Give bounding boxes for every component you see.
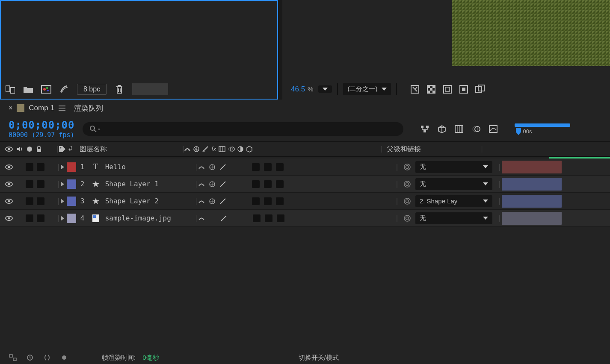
eye-icon[interactable] xyxy=(5,181,13,187)
quality-header-icon[interactable] xyxy=(202,146,209,153)
switch-box[interactable] xyxy=(252,197,260,205)
mask-visibility-icon[interactable] xyxy=(442,84,453,94)
switch-box[interactable] xyxy=(265,214,272,222)
layer-row[interactable]: | 4 sample-image.jpg | | 无 | xyxy=(0,210,610,227)
layer-duration-bar[interactable] xyxy=(502,178,562,191)
lock-toggle[interactable] xyxy=(37,214,44,222)
motion-blur-icon[interactable] xyxy=(471,124,481,134)
solo-header-icon[interactable] xyxy=(27,146,33,152)
parent-dropdown[interactable]: 无 xyxy=(415,212,492,224)
graph-editor-icon[interactable] xyxy=(488,124,498,134)
motion-blur-header-icon[interactable] xyxy=(228,146,235,152)
3d-header-icon[interactable] xyxy=(246,146,253,153)
fast-preview-icon[interactable] xyxy=(410,84,420,94)
label-header-icon[interactable] xyxy=(58,145,66,153)
frame-blend-icon[interactable] xyxy=(454,124,464,134)
fx-header-icon[interactable]: fx xyxy=(211,146,216,153)
layer-row[interactable]: | 2 Shape Layer 1 | | 无 | xyxy=(0,176,610,193)
eye-icon[interactable] xyxy=(5,215,13,221)
render-status-icon[interactable] xyxy=(25,352,35,363)
parent-dropdown[interactable]: 无 xyxy=(415,178,492,190)
layer-color-swatch[interactable] xyxy=(67,197,76,206)
shy-header-icon[interactable] xyxy=(184,146,191,153)
solo-toggle[interactable] xyxy=(26,180,33,188)
pickwhip-icon[interactable] xyxy=(403,163,411,171)
solo-toggle[interactable] xyxy=(26,214,33,222)
transparency-grid-icon[interactable] xyxy=(426,84,436,94)
switch-box[interactable] xyxy=(276,163,284,171)
new-comp-icon[interactable] xyxy=(41,84,51,94)
switch-box[interactable] xyxy=(264,163,272,171)
switch-box[interactable] xyxy=(277,214,284,222)
playhead-icon[interactable] xyxy=(515,128,522,135)
region-of-interest-icon[interactable] xyxy=(459,84,469,94)
pickwhip-icon[interactable] xyxy=(403,197,411,205)
switch-box[interactable] xyxy=(264,180,272,188)
draft-3d-icon[interactable] xyxy=(437,124,447,134)
layer-row[interactable]: | 1 T Hello | | 无 | xyxy=(0,159,610,176)
bracket-icon[interactable] xyxy=(42,352,52,363)
zoom-dropdown[interactable] xyxy=(318,85,332,93)
current-timecode[interactable]: 0;00;00;00 00000 (29.97 fps) xyxy=(9,119,75,139)
layer-color-swatch[interactable] xyxy=(67,179,76,189)
layer-duration-bar[interactable] xyxy=(502,161,562,173)
switch-box[interactable] xyxy=(276,197,284,205)
lock-toggle[interactable] xyxy=(37,180,44,188)
interpret-footage-icon[interactable] xyxy=(5,84,15,94)
lock-toggle[interactable] xyxy=(37,197,44,205)
collapse-header-icon[interactable] xyxy=(193,146,199,152)
parent-dropdown[interactable]: 无 xyxy=(415,161,492,173)
solo-toggle[interactable] xyxy=(26,197,33,205)
layer-name[interactable]: Shape Layer 1 xyxy=(105,180,159,188)
layer-color-swatch[interactable] xyxy=(67,214,76,223)
toggle-switches-label[interactable]: 切换开关/模式 xyxy=(299,354,339,362)
parent-dropdown[interactable]: 2. Shape Lay xyxy=(415,195,492,207)
solo-toggle[interactable] xyxy=(26,163,33,171)
frame-blend-header-icon[interactable] xyxy=(219,146,225,152)
switch-box[interactable] xyxy=(252,180,260,188)
bpc-indicator[interactable]: 8 bpc xyxy=(77,84,107,95)
layer-duration-bar[interactable] xyxy=(502,195,562,208)
pickwhip-icon[interactable] xyxy=(403,180,411,188)
switch-box[interactable] xyxy=(252,163,260,171)
switch-box[interactable] xyxy=(253,214,261,222)
eye-icon[interactable] xyxy=(5,164,13,170)
visibility-header-icon[interactable] xyxy=(5,146,13,152)
expand-arrow-icon[interactable] xyxy=(61,216,64,221)
tab-comp-1[interactable]: × Comp 1 xyxy=(9,104,65,112)
layer-row[interactable]: | 3 Shape Layer 2 | | 2. Shape Lay | xyxy=(0,193,610,210)
close-tab-icon[interactable]: × xyxy=(9,104,12,112)
zoom-value[interactable]: 46.5% xyxy=(291,85,313,94)
folder-icon[interactable] xyxy=(23,84,33,94)
preview-viewport[interactable] xyxy=(452,0,610,66)
layer-name[interactable]: Shape Layer 2 xyxy=(105,197,159,205)
comp-flowchart-icon[interactable] xyxy=(420,124,430,134)
layer-duration-bar[interactable] xyxy=(502,212,562,225)
toggle-switches-icon[interactable] xyxy=(8,352,18,363)
trash-icon[interactable] xyxy=(114,84,124,94)
grid-guides-icon[interactable] xyxy=(475,84,485,94)
eye-icon[interactable] xyxy=(5,198,13,204)
lock-header-icon[interactable] xyxy=(36,146,42,153)
layer-search-input[interactable]: ▾ xyxy=(83,122,403,136)
switch-box[interactable] xyxy=(276,180,284,188)
lock-toggle[interactable] xyxy=(37,163,44,171)
resolution-dropdown[interactable]: (二分之一) xyxy=(343,83,391,95)
audio-header-icon[interactable] xyxy=(16,146,23,153)
time-ruler[interactable]: 00s xyxy=(515,123,579,135)
layer-name[interactable]: Hello xyxy=(105,163,126,171)
project-panel[interactable]: 8 bpc xyxy=(0,0,278,100)
search-project-box[interactable] xyxy=(132,83,168,95)
tab-menu-icon[interactable] xyxy=(59,106,65,111)
expand-arrow-icon[interactable] xyxy=(61,182,64,187)
expand-arrow-icon[interactable] xyxy=(61,199,64,204)
expand-arrow-icon[interactable] xyxy=(61,164,64,170)
layer-name[interactable]: sample-image.jpg xyxy=(105,214,171,222)
tab-render-queue[interactable]: 渲染队列 xyxy=(74,103,103,113)
switch-box[interactable] xyxy=(264,197,272,205)
parent-header[interactable]: 父级和链接 xyxy=(382,145,481,154)
pickwhip-icon[interactable] xyxy=(403,214,411,222)
adjustment-header-icon[interactable] xyxy=(237,146,243,152)
layer-color-swatch[interactable] xyxy=(67,162,76,172)
adjustment-icon[interactable] xyxy=(59,84,69,94)
